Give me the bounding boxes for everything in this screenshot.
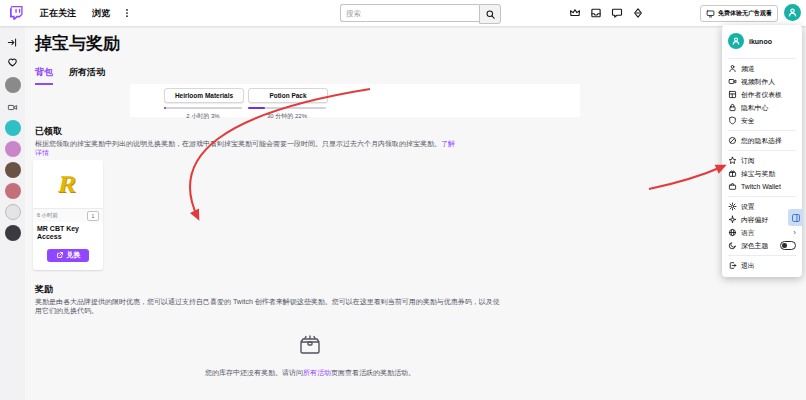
channel-avatar[interactable]: [5, 183, 21, 199]
menu-item-label: 创作者仪表板: [741, 90, 782, 100]
lock-icon: [728, 103, 737, 112]
collapsed-sidebar: [0, 26, 25, 400]
menu-item-subscriptions[interactable]: 订阅: [722, 154, 802, 167]
campaign-button[interactable]: Heirloom Materials: [164, 88, 244, 103]
menu-divider: [728, 130, 796, 131]
menu-divider: [728, 150, 796, 151]
redeem-label: 兑换: [67, 250, 81, 260]
all-campaigns-link[interactable]: 所有活动: [303, 369, 331, 376]
top-navigation-bar: 正在关注 浏览 免费体验无广告观看: [0, 0, 806, 26]
nav-following[interactable]: 正在关注: [40, 7, 76, 20]
expand-sidebar-icon[interactable]: [0, 32, 25, 52]
twitch-logo-icon[interactable]: [8, 5, 24, 21]
menu-item-label: 设置: [741, 202, 755, 212]
menu-item-creator-dashboard[interactable]: 创作者仪表板: [722, 88, 802, 101]
search-icon: [485, 9, 496, 20]
rewards-description: 奖励是由各大品牌提供的限时优惠，您可以通过支持自己喜爱的 Twitch 创作者来…: [35, 297, 505, 316]
turbo-trial-button[interactable]: 免费体验无广告观看: [700, 5, 778, 22]
inbox-icon[interactable]: [590, 7, 602, 19]
dashboard-icon: [728, 90, 737, 99]
channel-avatar[interactable]: [5, 162, 21, 178]
nav-browse[interactable]: 浏览: [92, 7, 110, 20]
menu-item-channel[interactable]: 频道: [722, 62, 802, 75]
menu-item-label: 退出: [741, 261, 755, 271]
chevron-right-icon: ›: [793, 229, 796, 237]
search-bar: [340, 4, 501, 24]
progress-label: 2 小时的 3%: [164, 112, 242, 121]
more-menu-icon[interactable]: [122, 7, 132, 19]
rewards-heading: 奖励: [35, 283, 53, 296]
claimed-description: 根据您领取的掉宝奖励中列出的说明兑换奖励，在游戏中看到掉宝奖励可能会需要一段时间…: [35, 139, 455, 158]
logout-icon: [728, 261, 737, 270]
user-icon: [728, 64, 737, 73]
dark-theme-toggle[interactable]: [780, 241, 796, 250]
moon-icon: [728, 241, 737, 250]
drop-campaigns-strip: Heirloom Materials 2 小时的 3% Potion Pack …: [130, 84, 580, 117]
red-arrow-to-drops-menu-item: [649, 166, 724, 189]
wallet-icon: [728, 182, 737, 191]
person-icon: [731, 36, 741, 46]
campaign-card: Potion Pack 30 分钟的 22%: [248, 88, 326, 121]
menu-item-dark-theme[interactable]: 深色主题: [722, 239, 802, 252]
globe-icon: [728, 228, 737, 237]
user-avatar[interactable]: [784, 4, 801, 21]
menu-divider: [728, 255, 796, 256]
person-icon: [787, 7, 798, 18]
campaign-button[interactable]: Potion Pack: [248, 88, 328, 103]
menu-item-logout[interactable]: 退出: [722, 259, 802, 272]
menu-item-label: 频道: [741, 64, 755, 74]
menu-divider: [728, 58, 796, 59]
star-icon: [728, 156, 737, 165]
menu-username: ikunoo: [749, 38, 772, 45]
privacy-choices-icon: [728, 136, 737, 145]
search-input[interactable]: [340, 4, 479, 22]
browser-extension-widget[interactable]: [788, 209, 803, 226]
turbo-trial-label: 免费体验无广告观看: [718, 9, 772, 18]
page-title: 掉宝与奖励: [35, 32, 120, 55]
user-dropdown-menu: ikunoo 频道 视频制作人 创作者仪表板 隐私中心 安全 您的隐私选择: [722, 25, 802, 277]
menu-item-label: 深色主题: [741, 241, 768, 251]
claimed-time: 6 小时前: [37, 212, 58, 219]
whispers-icon[interactable]: [611, 7, 623, 19]
menu-item-label: 掉宝与奖励: [741, 169, 775, 179]
channel-avatar[interactable]: [5, 204, 21, 220]
claimed-heading: 已领取: [35, 125, 62, 138]
menu-item-safety[interactable]: 安全: [722, 114, 802, 127]
campaign-card: Heirloom Materials 2 小时的 3%: [164, 88, 242, 121]
menu-user-row[interactable]: ikunoo: [722, 30, 802, 55]
followed-channels-icon[interactable]: [0, 52, 25, 72]
gift-icon: [728, 169, 737, 178]
drop-actions: 兑换: [33, 246, 103, 270]
progress-track: [248, 107, 326, 109]
channel-avatar[interactable]: [5, 225, 21, 241]
menu-item-privacy-center[interactable]: 隐私中心: [722, 101, 802, 114]
menu-item-drops-rewards[interactable]: 掉宝与奖励: [722, 167, 802, 180]
channel-avatar[interactable]: [5, 120, 21, 136]
menu-item-label: 订阅: [741, 156, 755, 166]
sidebar-panel-icon: [791, 213, 801, 223]
menu-item-label: 您的隐私选择: [741, 136, 782, 146]
twitch-drops-page: 正在关注 浏览 免费体验无广告观看: [0, 0, 806, 400]
redeem-button[interactable]: 兑换: [47, 249, 89, 262]
menu-item-label: Twitch Wallet: [741, 183, 781, 190]
menu-item-twitch-wallet[interactable]: Twitch Wallet: [722, 180, 802, 193]
count-badge: 1: [87, 211, 99, 221]
menu-item-privacy-choices[interactable]: 您的隐私选择: [722, 134, 802, 147]
offline-channel-icon[interactable]: [0, 99, 25, 115]
bits-icon[interactable]: [632, 7, 644, 19]
channel-avatar[interactable]: [5, 77, 21, 93]
search-button[interactable]: [479, 4, 501, 24]
menu-item-video-producer[interactable]: 视频制作人: [722, 75, 802, 88]
empty-text-pre: 您的库存中还没有奖励。请访问: [205, 369, 303, 376]
channel-avatar[interactable]: [5, 141, 21, 157]
progress-label: 30 分钟的 22%: [248, 112, 326, 121]
tab-all-campaigns[interactable]: 所有活动: [69, 66, 105, 85]
menu-item-language[interactable]: 语言 ›: [722, 226, 802, 239]
claimed-description-text: 根据您领取的掉宝奖励中列出的说明兑换奖励，在游戏中看到掉宝奖励可能会需要一段时间…: [35, 140, 441, 147]
drop-meta: 6 小时前 1: [33, 209, 103, 222]
tab-inventory[interactable]: 背包: [35, 66, 53, 85]
video-camera-icon: [728, 77, 737, 86]
prime-crown-icon[interactable]: [569, 7, 581, 19]
game-logo: R: [56, 171, 79, 198]
menu-item-label: 语言: [741, 228, 755, 238]
